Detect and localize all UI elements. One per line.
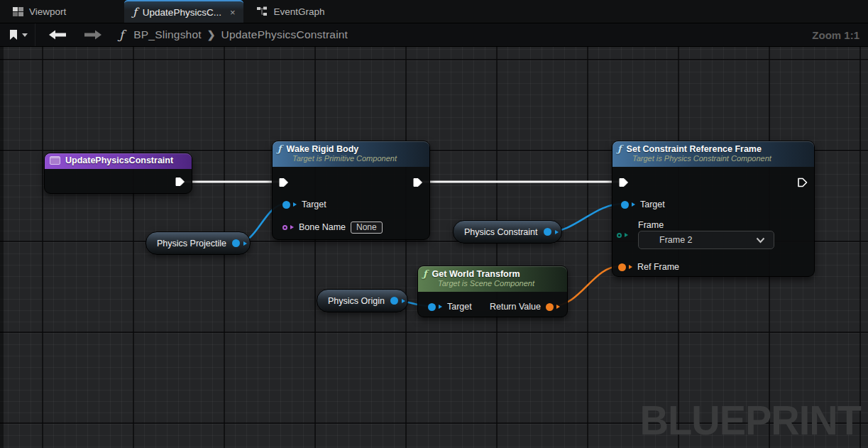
- exec-out-pin[interactable]: [175, 176, 186, 187]
- node-title: Get World Transform: [432, 269, 520, 279]
- exec-in-pin[interactable]: [278, 177, 290, 188]
- exec-out-pin[interactable]: [797, 177, 808, 188]
- function-icon: ƒ: [617, 143, 622, 154]
- pin-arrow-icon: [439, 305, 442, 309]
- ref-frame-pin[interactable]: [618, 263, 626, 271]
- pin-label-target: Target: [447, 302, 472, 312]
- node-wake-rigid-body[interactable]: ƒ Wake Rigid Body Target is Primitive Co…: [272, 141, 430, 240]
- zoom-level: Zoom 1:1: [812, 29, 859, 41]
- pin-arrow-icon: [555, 230, 559, 234]
- node-subtitle: Target is Primitive Component: [278, 154, 424, 164]
- exec-in-pin[interactable]: [618, 177, 630, 188]
- nav-forward-button[interactable]: [79, 23, 106, 46]
- node-get-world-transform[interactable]: ƒ Get World Transform Target is Scene Co…: [417, 266, 568, 317]
- bone-name-input[interactable]: None: [351, 222, 383, 234]
- pin-label-return-value: Return Value: [490, 302, 541, 312]
- tab-update-physics-constraint[interactable]: ƒ UpdatePhysicsC... ×: [124, 0, 243, 23]
- tab-event-graph[interactable]: EventGraph: [248, 0, 333, 23]
- arrow-forward-icon: [84, 29, 102, 40]
- frame-dropdown-value: Frame 2: [659, 235, 693, 245]
- breadcrumb-function-icon: ƒ: [119, 28, 123, 42]
- node-header: UpdatePhysicsConstraint: [45, 153, 192, 169]
- node-header: ƒ Get World Transform Target is Scene Co…: [418, 266, 567, 292]
- exec-out-pin[interactable]: [412, 177, 424, 188]
- pin-arrow-icon: [632, 202, 635, 207]
- toolbar-divider: [35, 23, 35, 46]
- variable-label: Physics Origin: [328, 296, 385, 306]
- node-physics-projectile[interactable]: Physics Projectile: [145, 231, 251, 255]
- pin-label-target: Target: [302, 200, 326, 209]
- chevron-down-icon: [22, 33, 28, 37]
- bookmark-icon: [9, 29, 18, 40]
- node-title: Wake Rigid Body: [287, 144, 359, 154]
- target-pin[interactable]: [428, 303, 436, 311]
- tab-function-label: UpdatePhysicsC...: [143, 7, 221, 18]
- output-pin[interactable]: [544, 228, 551, 236]
- viewport-grid-icon: [13, 7, 23, 16]
- target-pin[interactable]: [282, 201, 290, 209]
- tab-bar: Viewport ƒ UpdatePhysicsC... × EventGrap…: [0, 0, 868, 23]
- node-set-constraint-reference-frame[interactable]: ƒ Set Constraint Reference Frame Target …: [612, 141, 815, 277]
- function-icon: ƒ: [278, 143, 282, 154]
- bone-name-pin[interactable]: [282, 225, 287, 230]
- graph-toolbar: ƒ BP_Slingshot ❯ UpdatePhysicsConstraint…: [0, 23, 868, 47]
- bookmarks-button[interactable]: [4, 23, 32, 46]
- nav-back-button[interactable]: [44, 23, 71, 46]
- tab-viewport[interactable]: Viewport: [4, 0, 75, 23]
- breadcrumb-current[interactable]: UpdatePhysicsConstraint: [221, 28, 348, 41]
- function-icon: ƒ: [423, 268, 427, 279]
- node-header: ƒ Wake Rigid Body Target is Primitive Co…: [273, 141, 429, 167]
- function-icon: ƒ: [133, 6, 137, 18]
- function-entry-icon: [50, 156, 60, 165]
- variable-label: Physics Constraint: [464, 227, 538, 237]
- tab-viewport-label: Viewport: [29, 6, 66, 17]
- close-tab-icon[interactable]: ×: [230, 7, 236, 18]
- return-value-pin[interactable]: [546, 303, 554, 311]
- pin-label-frame: Frame: [638, 220, 664, 230]
- chevron-down-icon: [756, 237, 765, 244]
- pin-arrow-icon: [402, 299, 405, 303]
- pin-arrow-icon: [243, 241, 247, 246]
- node-physics-origin[interactable]: Physics Origin: [317, 289, 408, 312]
- blueprint-graph-canvas[interactable]: UpdatePhysicsConstraint ƒ Wake Rigid Bod…: [0, 47, 868, 448]
- pin-arrow-icon: [290, 225, 294, 229]
- pin-arrow-icon: [556, 305, 560, 309]
- pin-label-target: Target: [640, 200, 665, 209]
- frame-pin[interactable]: [617, 233, 622, 238]
- tab-event-graph-label: EventGraph: [273, 6, 324, 17]
- pin-arrow-icon: [293, 202, 297, 207]
- pin-arrow-icon: [629, 265, 632, 269]
- blueprint-watermark: BLUEPRINT: [640, 397, 861, 444]
- node-header: ƒ Set Constraint Reference Frame Target …: [612, 141, 814, 167]
- breadcrumb-root[interactable]: BP_Slingshot: [133, 28, 201, 41]
- pin-arrow-icon: [625, 233, 628, 237]
- output-pin[interactable]: [390, 297, 398, 305]
- graph-icon: [256, 6, 268, 16]
- output-pin[interactable]: [232, 239, 240, 247]
- frame-dropdown[interactable]: Frame 2: [638, 231, 774, 249]
- arrow-back-icon: [48, 29, 67, 40]
- node-title: Set Constraint Reference Frame: [627, 144, 762, 154]
- node-physics-constraint[interactable]: Physics Constraint: [453, 220, 562, 244]
- target-pin[interactable]: [621, 201, 629, 209]
- breadcrumb-separator-icon: ❯: [207, 29, 216, 40]
- pin-label-ref-frame: Ref Frame: [637, 262, 679, 272]
- node-subtitle: Target is Physics Constraint Component: [617, 154, 808, 164]
- node-subtitle: Target is Scene Component: [423, 279, 561, 289]
- node-update-physics-constraint[interactable]: UpdatePhysicsConstraint: [44, 153, 192, 194]
- node-title: UpdatePhysicsConstraint: [65, 155, 173, 165]
- pin-label-bone-name: Bone Name: [299, 222, 346, 232]
- variable-label: Physics Projectile: [157, 239, 226, 248]
